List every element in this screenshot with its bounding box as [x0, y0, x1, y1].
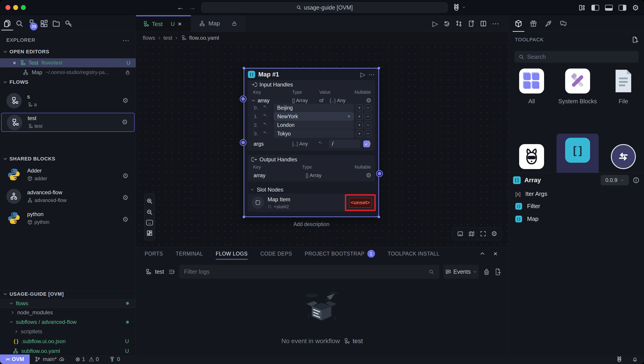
string-type-icon[interactable]: “: [319, 142, 323, 146]
run-flow-icon[interactable]: ▷: [432, 19, 438, 28]
shared-block-python[interactable]: python python ⚙: [0, 208, 136, 228]
remove-item-icon[interactable]: −: [364, 104, 372, 111]
panel-tab-blocks[interactable]: [514, 20, 522, 28]
category-all-label[interactable]: All: [510, 97, 553, 105]
tab-code-deps[interactable]: CODE DEPS: [260, 251, 292, 257]
category-all-icon[interactable]: [519, 69, 544, 93]
toggle-left-sidebar-icon[interactable]: [592, 5, 599, 11]
events-filter-dropdown[interactable]: Events: [444, 265, 479, 279]
tab-project-bootstrap[interactable]: PROJECT BOOTSTRAP1: [305, 250, 375, 258]
tab-toolpack-install[interactable]: TOOLPACK INSTALL: [388, 251, 440, 257]
tree-item-scriptlets[interactable]: scriptlets: [0, 327, 136, 336]
filter-logs-input[interactable]: [184, 268, 428, 275]
string-type-icon[interactable]: “: [264, 115, 268, 118]
block-settings-gear-icon[interactable]: ⚙: [122, 216, 128, 223]
category-llm-icon[interactable]: [519, 144, 544, 169]
canvas-settings-gear-icon[interactable]: ⚙: [491, 230, 497, 237]
category-file-icon[interactable]: [611, 69, 636, 93]
array-item-value[interactable]: Tokyo: [274, 130, 354, 138]
array-item-value[interactable]: Beijing: [274, 104, 354, 112]
mascot-icon[interactable]: [616, 356, 623, 363]
project-tree-header[interactable]: USAGE-GUIDE [OVM]: [3, 291, 64, 297]
close-icon[interactable]: ×: [178, 21, 182, 28]
split-editor-icon[interactable]: [480, 20, 487, 27]
breadcrumb-flows[interactable]: flows: [143, 35, 155, 41]
tab-map[interactable]: Map: [191, 15, 245, 32]
input-row-args[interactable]: args {..} Any “ / ✓ ⚙: [251, 139, 372, 148]
add-item-icon[interactable]: +: [356, 130, 363, 137]
activity-search-button[interactable]: [14, 17, 24, 30]
gift-icon[interactable]: [529, 20, 538, 28]
block-item-filter[interactable]: [ ] Filter: [515, 203, 540, 210]
chat-icon[interactable]: [559, 20, 568, 28]
array-item-value-focused[interactable]: NewYork×: [274, 112, 354, 120]
git-branch-status[interactable]: main*: [35, 356, 65, 362]
filter-logs-inputbox[interactable]: [179, 265, 440, 279]
tab-test[interactable]: Test U ×: [136, 15, 191, 32]
tree-item-subflow-yaml[interactable]: subflow.oo.yaml U: [0, 346, 136, 354]
open-editor-item-test[interactable]: × Test flows/test U: [0, 58, 136, 67]
tree-item-node-modules[interactable]: node_modules: [0, 308, 136, 317]
toggle-bottom-panel-icon[interactable]: [605, 5, 613, 11]
settings-gear-icon[interactable]: ⚙: [632, 4, 639, 12]
assistant-menu-button[interactable]: [452, 3, 466, 11]
activity-blocks-button[interactable]: [39, 17, 49, 30]
category-system-blocks-label[interactable]: System Blocks: [556, 97, 599, 105]
remove-item-icon[interactable]: −: [364, 130, 372, 137]
add-item-icon[interactable]: +: [356, 122, 363, 128]
clear-value-icon[interactable]: ×: [348, 113, 350, 119]
unset-slot-button[interactable]: <unset>: [349, 198, 372, 208]
open-editor-item-map[interactable]: Map ~/.oomol-studio/registry-pa...: [0, 68, 136, 77]
handle-settings-gear-icon[interactable]: ⚙: [366, 172, 372, 178]
minimap-icon[interactable]: [468, 230, 475, 237]
fit-width-icon[interactable]: ↔: [146, 220, 153, 225]
string-type-icon[interactable]: “: [264, 132, 268, 135]
shared-block-advanced-flow[interactable]: advanced-flow advanced-flow ⚙: [0, 187, 136, 207]
minimize-window-button[interactable]: [13, 5, 18, 10]
remove-item-icon[interactable]: −: [364, 122, 372, 128]
flows-section-header[interactable]: FLOWS: [3, 79, 28, 85]
rocket-icon[interactable]: [544, 20, 552, 28]
clear-logs-icon[interactable]: [483, 268, 490, 275]
auto-layout-icon[interactable]: [146, 230, 153, 237]
tab-terminal[interactable]: TERMINAL: [176, 251, 203, 257]
forward-icon[interactable]: →: [188, 3, 196, 12]
handle-settings-gear-icon[interactable]: ⚙: [366, 98, 372, 104]
input-handle-array-port[interactable]: [241, 97, 245, 101]
problems-status[interactable]: ⊗ 1 ⚠ 0: [75, 356, 99, 363]
activity-explorer-button[interactable]: [2, 17, 12, 30]
node-menu-icon[interactable]: ⋯: [368, 71, 375, 78]
log-level-filter-icon[interactable]: [168, 268, 175, 275]
remove-item-icon[interactable]: −: [364, 113, 372, 120]
tree-item-subflow-ui-json[interactable]: { } .subflow.ui.oo.json U: [0, 337, 136, 346]
block-item-iter-args[interactable]: [x] Iter Args: [515, 191, 547, 198]
input-handle-args-port[interactable]: [241, 141, 245, 144]
category-file-label[interactable]: File: [602, 97, 644, 105]
flow-item-test[interactable]: test test ⚙: [1, 113, 134, 132]
remote-indicator[interactable]: >< OVM: [0, 354, 30, 364]
string-type-icon[interactable]: “: [264, 106, 268, 110]
category-system-blocks-icon[interactable]: [565, 69, 590, 93]
compare-changes-icon[interactable]: [455, 20, 462, 27]
flow-settings-gear-icon[interactable]: ⚙: [122, 119, 128, 125]
command-center-search[interactable]: usage-guide [OVM]: [201, 2, 448, 13]
zoom-in-icon[interactable]: [146, 198, 153, 205]
activity-flows-button[interactable]: 39: [27, 17, 37, 30]
args-value-input[interactable]: /: [329, 140, 360, 148]
category-array-tile-selected[interactable]: [ ]: [556, 134, 599, 173]
run-node-icon[interactable]: ▷: [360, 71, 365, 78]
tree-item-subflows[interactable]: subflows / advanced-flow: [0, 317, 136, 326]
output-row-array[interactable]: array [] Array ⚙: [251, 172, 372, 179]
close-icon[interactable]: ×: [13, 59, 16, 67]
toggle-right-sidebar-icon[interactable]: [618, 5, 626, 11]
customize-layout-icon[interactable]: [578, 4, 586, 11]
string-type-icon[interactable]: “: [264, 123, 268, 127]
breadcrumb-test[interactable]: test: [164, 35, 172, 41]
open-editors-header[interactable]: OPEN EDITORS: [3, 49, 49, 55]
export-file-icon[interactable]: [468, 20, 475, 27]
maximize-window-button[interactable]: [21, 5, 26, 10]
rerun-icon[interactable]: [443, 20, 450, 27]
shared-blocks-header[interactable]: SHARED BLOCKS: [3, 156, 55, 162]
breadcrumb-file[interactable]: flow.oo.yaml: [189, 35, 219, 41]
chevron-down-icon[interactable]: [251, 98, 256, 103]
